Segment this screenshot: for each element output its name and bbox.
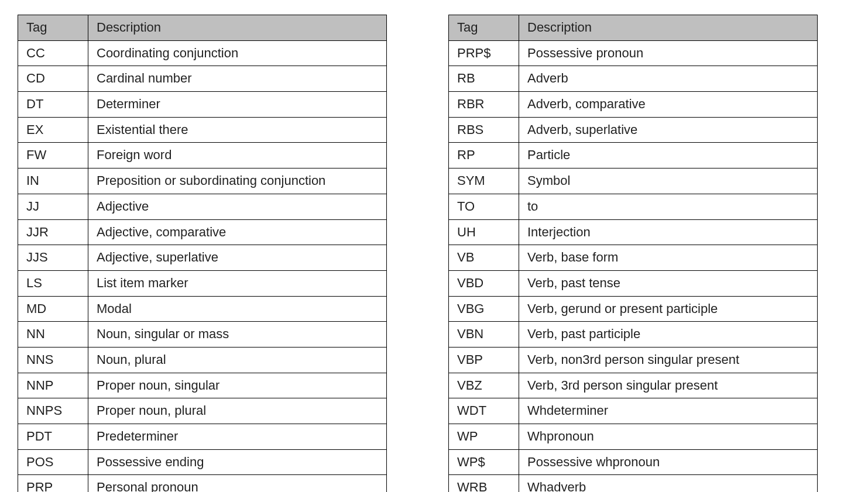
table-row: NN Noun, singular or mass	[18, 322, 387, 348]
cell-description: Adjective, superlative	[88, 245, 387, 271]
table-row: SYM Symbol	[449, 168, 818, 194]
cell-tag: RBR	[449, 92, 519, 118]
cell-tag: JJ	[18, 194, 88, 219]
table-row: TO to	[449, 194, 818, 219]
cell-tag: VBP	[449, 347, 519, 373]
cell-tag: VBN	[449, 322, 519, 348]
cell-description: Interjection	[519, 219, 818, 245]
cell-description: Foreign word	[88, 143, 387, 168]
cell-description: Verb, gerund or present participle	[519, 296, 818, 322]
table-row: VB Verb, base form	[449, 245, 818, 271]
table-row: RBR Adverb, comparative	[449, 92, 818, 118]
table-row: CC Coordinating conjunction	[18, 40, 387, 66]
cell-tag: VBZ	[449, 373, 519, 398]
cell-description: Adverb, comparative	[519, 92, 818, 118]
header-description: Description	[519, 15, 818, 41]
cell-tag: WP$	[449, 449, 519, 475]
table-row: IN Preposition or subordinating conjunct…	[18, 168, 387, 194]
cell-description: Particle	[519, 143, 818, 168]
cell-tag: PDT	[18, 424, 88, 450]
table-row: PRP Personal pronoun	[18, 475, 387, 492]
cell-tag: LS	[18, 270, 88, 296]
header-tag: Tag	[449, 15, 519, 41]
cell-description: Verb, 3rd person singular present	[519, 373, 818, 398]
cell-description: Cardinal number	[88, 66, 387, 92]
cell-tag: POS	[18, 449, 88, 475]
cell-description: Possessive ending	[88, 449, 387, 475]
cell-description: Preposition or subordinating conjunction	[88, 168, 387, 194]
cell-tag: VBG	[449, 296, 519, 322]
cell-tag: NN	[18, 322, 88, 348]
cell-tag: DT	[18, 92, 88, 118]
table-row: PRP$ Possessive pronoun	[449, 40, 818, 66]
cell-description: Symbol	[519, 168, 818, 194]
table-header-row: Tag Description	[449, 15, 818, 41]
table-row: RBS Adverb, superlative	[449, 117, 818, 143]
cell-description: Predeterminer	[88, 424, 387, 450]
table-row: DT Determiner	[18, 92, 387, 118]
cell-tag: MD	[18, 296, 88, 322]
cell-tag: WRB	[449, 475, 519, 492]
table-row: VBG Verb, gerund or present participle	[449, 296, 818, 322]
cell-description: Proper noun, plural	[88, 398, 387, 424]
table-row: VBP Verb, non3rd person singular present	[449, 347, 818, 373]
cell-description: List item marker	[88, 270, 387, 296]
cell-tag: PRP$	[449, 40, 519, 66]
cell-description: Personal pronoun	[88, 475, 387, 492]
cell-description: Adverb, superlative	[519, 117, 818, 143]
table-row: WP Whpronoun	[449, 424, 818, 450]
cell-tag: IN	[18, 168, 88, 194]
table-row: JJS Adjective, superlative	[18, 245, 387, 271]
cell-tag: NNS	[18, 347, 88, 373]
table-row: WP$ Possessive whpronoun	[449, 449, 818, 475]
table-row: WRB Whadverb	[449, 475, 818, 492]
cell-description: Whpronoun	[519, 424, 818, 450]
cell-description: Existential there	[88, 117, 387, 143]
cell-tag: UH	[449, 219, 519, 245]
table-row: MD Modal	[18, 296, 387, 322]
cell-description: Noun, singular or mass	[88, 322, 387, 348]
table-row: POS Possessive ending	[18, 449, 387, 475]
cell-description: to	[519, 194, 818, 219]
cell-description: Possessive pronoun	[519, 40, 818, 66]
cell-description: Determiner	[88, 92, 387, 118]
cell-tag: CD	[18, 66, 88, 92]
table-row: NNPS Proper noun, plural	[18, 398, 387, 424]
table-row: FW Foreign word	[18, 143, 387, 168]
cell-description: Verb, non3rd person singular present	[519, 347, 818, 373]
cell-description: Adverb	[519, 66, 818, 92]
cell-tag: NNPS	[18, 398, 88, 424]
table-row: VBZ Verb, 3rd person singular present	[449, 373, 818, 398]
cell-description: Whdeterminer	[519, 398, 818, 424]
cell-tag: RB	[449, 66, 519, 92]
cell-description: Possessive whpronoun	[519, 449, 818, 475]
table-row: JJR Adjective, comparative	[18, 219, 387, 245]
table-body-left: CC Coordinating conjunction CD Cardinal …	[18, 40, 387, 492]
cell-tag: JJR	[18, 219, 88, 245]
cell-description: Proper noun, singular	[88, 373, 387, 398]
table-row: NNS Noun, plural	[18, 347, 387, 373]
table-row: LS List item marker	[18, 270, 387, 296]
table-row: PDT Predeterminer	[18, 424, 387, 450]
pos-table-left: Tag Description CC Coordinating conjunct…	[18, 15, 387, 492]
pos-table-right: Tag Description PRP$ Possessive pronoun …	[448, 15, 818, 492]
table-row: JJ Adjective	[18, 194, 387, 219]
table-row: UH Interjection	[449, 219, 818, 245]
cell-description: Modal	[88, 296, 387, 322]
table-row: VBD Verb, past tense	[449, 270, 818, 296]
cell-tag: JJS	[18, 245, 88, 271]
cell-description: Coordinating conjunction	[88, 40, 387, 66]
cell-tag: WDT	[449, 398, 519, 424]
cell-tag: SYM	[449, 168, 519, 194]
cell-tag: RP	[449, 143, 519, 168]
cell-description: Whadverb	[519, 475, 818, 492]
table-row: VBN Verb, past participle	[449, 322, 818, 348]
table-header-row: Tag Description	[18, 15, 387, 41]
table-row: NNP Proper noun, singular	[18, 373, 387, 398]
table-row: WDT Whdeterminer	[449, 398, 818, 424]
table-row: RB Adverb	[449, 66, 818, 92]
header-description: Description	[88, 15, 387, 41]
tables-container: Tag Description CC Coordinating conjunct…	[18, 15, 850, 492]
cell-description: Verb, past tense	[519, 270, 818, 296]
cell-tag: WP	[449, 424, 519, 450]
